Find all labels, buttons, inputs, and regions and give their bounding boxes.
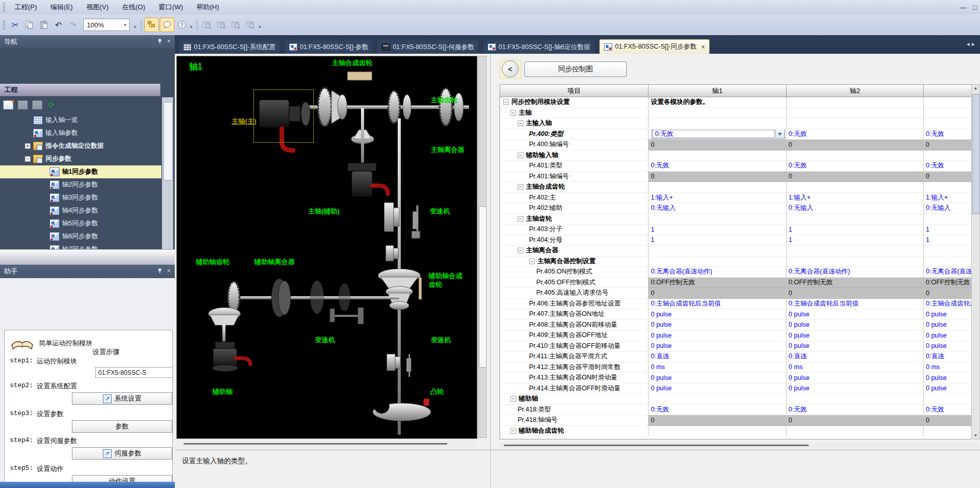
param-value-cell[interactable] — [924, 426, 978, 437]
navigation-window-toggle[interactable] — [144, 18, 159, 32]
window-view-button-3[interactable] — [229, 18, 243, 32]
diagram-label-主轴(主)[interactable]: 主轴(主) — [232, 117, 257, 126]
step-button-参数[interactable]: 参数 — [72, 420, 172, 433]
param-item-cell[interactable]: −主轴齿轮 — [500, 214, 649, 225]
param-value-cell[interactable]: 0 pulse — [924, 373, 978, 384]
param-value-cell[interactable] — [649, 394, 786, 405]
menu-item-4[interactable]: 在线(O) — [115, 1, 152, 14]
param-value-cell[interactable]: 0:无效 — [924, 405, 978, 416]
sync-control-diagram-button[interactable]: 同步控制图 — [524, 62, 627, 77]
assistant-toggle[interactable] — [160, 18, 174, 32]
param-value-cell[interactable]: 1:输入+ — [924, 193, 978, 204]
param-value-cell[interactable]: 0 — [924, 172, 978, 182]
table-horizontal-scrollbar[interactable] — [500, 442, 978, 449]
param-value-cell[interactable]: 0 pulse — [924, 341, 978, 352]
param-value-cell[interactable]: 0:无效 — [649, 405, 786, 416]
param-item-cell[interactable]: Pr.402:辅助 — [500, 203, 649, 214]
param-value-cell[interactable]: 1:输入+ — [787, 193, 924, 204]
param-value-cell[interactable]: 0:无效 — [924, 161, 978, 172]
param-value-cell[interactable]: 0 — [649, 172, 786, 182]
param-item-cell[interactable]: Pr.412:主轴离合器平滑时间常数 — [500, 362, 649, 373]
column-header-轴1[interactable]: 轴1 — [649, 85, 786, 97]
close-icon[interactable]: × — [167, 267, 171, 274]
param-value-cell[interactable]: 0 — [924, 288, 978, 299]
collapse-icon[interactable]: − — [518, 216, 523, 222]
param-value-cell[interactable]: 0 — [787, 140, 924, 150]
param-value-cell[interactable]: 0 pulse — [924, 384, 978, 394]
param-value-cell[interactable] — [787, 150, 924, 161]
param-value-cell[interactable] — [649, 108, 786, 119]
expand-icon[interactable]: + — [25, 143, 31, 149]
param-value-cell[interactable]: 1 — [924, 224, 978, 235]
param-value-cell[interactable]: 1 — [787, 224, 924, 235]
tab-2[interactable]: 01:FX5-80SSC-S[]-参数 — [285, 40, 373, 54]
param-value-cell[interactable]: 0 pulse — [787, 330, 924, 341]
collapse-icon[interactable]: − — [510, 428, 516, 434]
new-data-icon[interactable] — [3, 100, 13, 110]
param-value-cell[interactable] — [924, 394, 978, 405]
param-value-cell[interactable]: 0:OFF控制无效 — [924, 278, 978, 288]
param-value-cell[interactable]: 0 pulse — [787, 373, 924, 384]
param-item-cell[interactable]: Pr.401:轴编号 — [500, 172, 649, 182]
param-item-cell[interactable]: Pr.411:主轴离合器平滑方式 — [500, 352, 649, 362]
param-value-cell[interactable] — [787, 118, 924, 129]
maximize-icon[interactable]: □ — [970, 4, 980, 11]
undo-button[interactable]: ↶ — [52, 18, 65, 32]
tab-1[interactable]: 01:FX5-80SSC-S[]-系统配置 — [179, 40, 280, 54]
collapse-icon[interactable]: − — [25, 156, 31, 162]
tab-5[interactable]: 01:FX5-80SSC-S[]-同步参数× — [599, 39, 710, 54]
param-item-cell[interactable]: Pr.402:主 — [500, 193, 649, 204]
step-button-伺服参数[interactable]: ↗伺服参数 — [72, 447, 172, 460]
param-item-cell[interactable]: −主输入轴 — [500, 118, 649, 129]
chevron-down-icon[interactable] — [775, 130, 785, 138]
menu-item-5[interactable]: 窗口(W) — [152, 1, 190, 14]
param-item-cell[interactable]: −主轴离合器控制设置 — [500, 256, 649, 267]
param-value-cell[interactable] — [787, 108, 924, 119]
redo-button[interactable]: ↷ — [66, 18, 80, 32]
param-value-cell[interactable] — [924, 256, 978, 267]
menu-item-1[interactable]: 工程(P) — [8, 1, 43, 14]
tab-scroll-right-icon[interactable]: ▸ — [972, 40, 977, 48]
toolbar-overflow-icon[interactable]: ▾ — [259, 24, 261, 29]
param-item-cell[interactable]: −同步控制用模块设置 — [500, 97, 649, 108]
param-value-cell[interactable]: 0:无输入 — [787, 203, 924, 214]
paste-data-icon[interactable] — [32, 100, 42, 110]
close-icon[interactable]: × — [167, 38, 171, 45]
param-value-cell[interactable]: 0 pulse — [924, 330, 978, 341]
help-button[interactable]: ? — [175, 18, 189, 32]
paste-button[interactable] — [37, 18, 51, 32]
gear-diagram-canvas[interactable]: 轴1 主轴合成齿轮主轴齿轮主轴(主)主轴离合器主轴(辅助)变速机辅助轴齿轮辅助轴… — [176, 56, 477, 439]
tree-item-轴4同步参数[interactable]: 轴4同步参数 — [0, 204, 161, 217]
param-value-cell[interactable]: 0:无效 — [787, 129, 924, 140]
back-button[interactable]: < — [502, 60, 519, 78]
param-value-cell[interactable] — [787, 394, 924, 405]
param-item-cell[interactable]: −辅助轴合成齿轮 — [500, 426, 649, 437]
collapse-icon[interactable]: − — [518, 184, 523, 190]
collapse-icon[interactable]: − — [518, 120, 523, 126]
param-value-cell[interactable] — [787, 214, 924, 225]
param-item-cell[interactable]: Pr.400:轴编号 — [500, 140, 649, 150]
param-value-cell[interactable] — [924, 97, 978, 108]
param-value-cell[interactable]: 0:主轴合成齿轮后当前值 — [649, 299, 786, 310]
param-value-cell[interactable]: 1 — [649, 235, 786, 246]
pin-icon[interactable] — [157, 38, 163, 44]
param-value-cell[interactable]: 0 — [649, 288, 786, 299]
zoom-select[interactable]: 100% ▾ — [83, 19, 130, 31]
param-value-cell[interactable]: 0 — [924, 415, 978, 426]
param-value-cell[interactable]: 0 pulse — [924, 309, 978, 320]
param-item-cell[interactable]: Pr.405:ON控制模式 — [500, 267, 649, 278]
toolbar-overflow-icon[interactable]: ▾ — [134, 24, 137, 29]
param-value-cell[interactable]: 0 pulse — [649, 309, 786, 320]
param-item-cell[interactable]: Pr.418:轴编号 — [500, 415, 649, 426]
param-value-cell[interactable] — [649, 182, 786, 193]
param-value-cell[interactable]: 0:无效 — [649, 129, 786, 140]
param-value-cell[interactable]: 0 pulse — [649, 384, 786, 394]
param-item-cell[interactable]: Pr.414:主轴离合器OFF时滑动量 — [500, 384, 649, 394]
param-value-cell[interactable]: 0:主轴合成齿轮后当前值 — [787, 299, 924, 310]
param-value-cell[interactable]: 0:无效 — [649, 161, 786, 172]
param-item-cell[interactable]: −主轴合成齿轮 — [500, 182, 649, 193]
collapse-icon[interactable]: − — [529, 258, 535, 264]
menu-item-3[interactable]: 视图(V) — [80, 1, 115, 14]
tree-item-输入轴一览[interactable]: 输入轴一览 — [0, 114, 161, 127]
param-value-cell[interactable]: 设置各模块的参数。 — [649, 97, 786, 108]
